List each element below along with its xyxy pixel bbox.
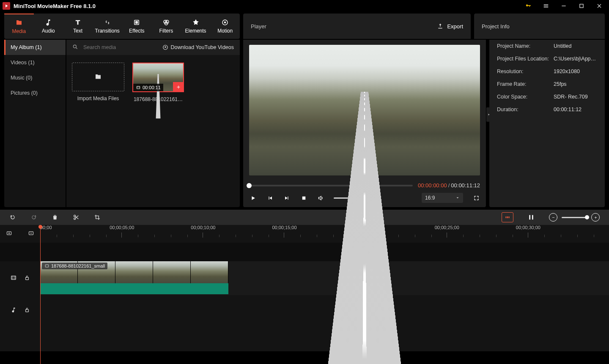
video-track-controls [0, 261, 40, 295]
tab-label: Elements [185, 28, 206, 34]
pi-key: Resolution: [497, 68, 554, 74]
project-name-row: Project Name:Untitled [489, 40, 605, 52]
top-tabs: Media Audio Text Transitions Effects Fil… [4, 14, 240, 39]
add-track-icon[interactable] [6, 230, 12, 238]
player-scrubber[interactable] [249, 185, 413, 186]
svg-rect-0 [562, 5, 565, 6]
lock-track-icon[interactable] [24, 307, 30, 314]
play-button[interactable] [249, 194, 257, 202]
next-frame-button[interactable] [283, 194, 291, 202]
player-title: Player [251, 23, 266, 30]
project-info-panel: Project Name:Untitled Project Files Loca… [489, 40, 605, 207]
pi-value: 00:00:11:12 [554, 107, 597, 112]
close-icon[interactable] [592, 0, 606, 12]
export-label: Export [447, 23, 463, 30]
delete-button[interactable] [52, 214, 58, 221]
ruler-label: 00;00;10;00 [191, 225, 220, 230]
svg-rect-26 [25, 309, 28, 312]
fullscreen-button[interactable] [472, 194, 480, 202]
tab-filters[interactable]: Filters [151, 14, 181, 39]
svg-point-8 [224, 22, 226, 24]
collapse-panel-button[interactable] [486, 107, 491, 122]
tab-elements[interactable]: Elements [181, 14, 211, 39]
maximize-icon[interactable] [574, 0, 589, 12]
remove-track-icon[interactable] [28, 230, 34, 238]
volume-slider[interactable] [334, 197, 372, 199]
split-button[interactable] [73, 214, 80, 221]
svg-rect-11 [137, 86, 140, 89]
zoom-slider[interactable] [562, 217, 587, 218]
tab-motion[interactable]: Motion [210, 14, 240, 39]
auto-reframe-button[interactable] [502, 212, 513, 222]
upgrade-key-icon[interactable] [521, 0, 535, 12]
tab-label: Transitions [95, 28, 120, 34]
pi-value: Untitled [554, 43, 597, 49]
playhead[interactable] [40, 225, 41, 364]
svg-rect-25 [45, 265, 49, 267]
player-panel: 00:00:00:00/00:00:11:12 16:9 [243, 40, 486, 207]
svg-rect-1 [580, 4, 583, 8]
sidebar-item-my-album[interactable]: My Album (1) [4, 40, 66, 55]
audio-track-area[interactable] [40, 298, 609, 323]
sidebar-item-videos[interactable]: Videos (1) [4, 55, 66, 70]
audio-track-controls [0, 298, 40, 323]
svg-rect-3 [135, 21, 138, 24]
tab-label: Media [12, 28, 26, 34]
media-clip-thumbnail[interactable]: 00:00:11 [132, 63, 184, 92]
pi-value: 25fps [554, 81, 597, 87]
player-time-current: 00:00:00:00 [418, 182, 447, 189]
audio-track-icon [11, 307, 16, 314]
tab-text[interactable]: Text [63, 14, 93, 39]
ruler-label: 00;00;20;00 [354, 225, 383, 230]
svg-rect-23 [11, 276, 16, 279]
svg-rect-16 [507, 216, 508, 218]
player-time-total: 00:00:11:12 [451, 182, 480, 189]
app-logo-icon [3, 2, 10, 10]
project-info-title: Project Info [482, 23, 510, 30]
sidebar-item-music[interactable]: Music (0) [4, 70, 66, 85]
ruler-label: 00;00 [40, 225, 70, 230]
tab-media[interactable]: Media [4, 14, 34, 39]
timeline-ruler[interactable]: 00;00 00;00;05;00 00;00;10;00 00;00;15;0… [40, 225, 609, 243]
project-colorspace-row: Color Space:SDR- Rec.709 [489, 90, 605, 103]
sidebar-item-pictures[interactable]: Pictures (0) [4, 85, 66, 101]
svg-rect-20 [552, 217, 554, 218]
menu-icon[interactable] [539, 0, 553, 12]
snap-button[interactable] [528, 214, 535, 221]
ruler-label: 00;00;05;00 [110, 225, 139, 230]
svg-rect-24 [25, 277, 28, 279]
aspect-ratio-select[interactable]: 16:9 [422, 193, 463, 203]
tab-transitions[interactable]: Transitions [93, 14, 122, 39]
add-clip-button[interactable] [173, 82, 184, 92]
prev-frame-button[interactable] [266, 194, 274, 202]
video-track-area[interactable]: 187688-881022161_small [40, 261, 609, 295]
timeline-video-clip[interactable]: 187688-881022161_small [40, 261, 228, 294]
redo-button[interactable] [30, 214, 37, 221]
download-youtube-link[interactable]: Download YouTube Videos [162, 44, 234, 50]
zoom-out-button[interactable] [549, 213, 557, 222]
tab-effects[interactable]: Effects [122, 14, 152, 39]
lock-track-icon[interactable] [24, 275, 30, 282]
undo-button[interactable] [9, 214, 16, 221]
tab-audio[interactable]: Audio [34, 14, 63, 39]
pi-key: Frame Rate: [497, 81, 554, 87]
crop-button[interactable] [94, 214, 101, 221]
tab-label: Motion [217, 28, 233, 34]
media-toolbar: Download YouTube Videos [66, 40, 240, 55]
audio-track [0, 298, 609, 323]
import-media-label: Import Media Files [77, 96, 119, 101]
volume-icon[interactable] [317, 194, 324, 202]
svg-point-9 [73, 45, 76, 48]
zoom-in-button[interactable] [591, 213, 600, 222]
import-media-button[interactable] [72, 63, 124, 91]
stop-button[interactable] [300, 194, 307, 202]
tab-label: Text [73, 28, 82, 34]
timeline-clip-name: 187688-881022161_small [51, 263, 105, 268]
minimize-icon[interactable] [557, 0, 571, 12]
export-button[interactable]: Export [437, 23, 463, 30]
project-resolution-row: Resolution:1920x1080 [489, 65, 605, 78]
aspect-ratio-value: 16:9 [425, 195, 435, 201]
ruler-label: 00;00;15;00 [272, 225, 302, 230]
search-input[interactable] [82, 44, 143, 51]
player-preview[interactable] [249, 45, 480, 175]
